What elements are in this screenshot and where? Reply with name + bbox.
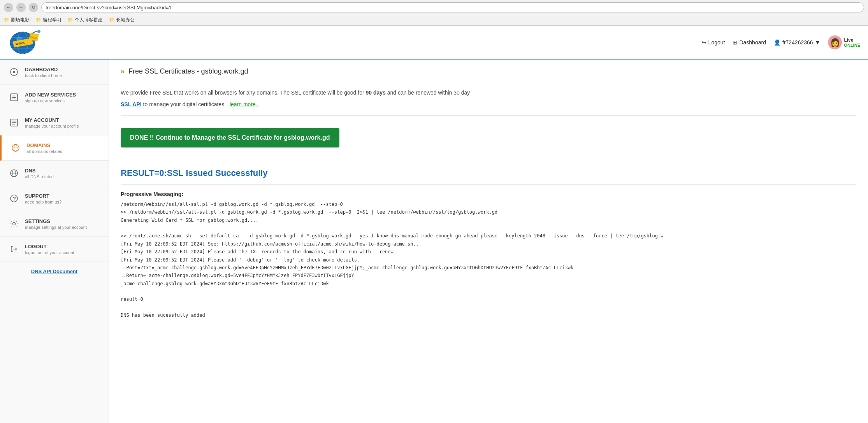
sidebar-item-add-text: ADD NEW SERVICES sign up new services	[25, 92, 76, 103]
settings-icon	[8, 218, 20, 230]
folder-icon: 📁	[109, 18, 114, 23]
sidebar-item-domains-title: DOMAINS	[26, 142, 62, 148]
code-block: /netdorm/webbin//ssl/all-ssl.pl -d gsblo…	[121, 200, 856, 319]
chevron-down-icon: ▼	[815, 39, 821, 46]
logout-button[interactable]: ↪ Logout	[702, 39, 725, 46]
sidebar-item-logout[interactable]: LOGOUT logout out of your account	[0, 237, 109, 262]
svg-point-30	[13, 223, 16, 225]
sidebar-item-dashboard-subtitle: back to client home	[25, 73, 62, 78]
sidebar-item-support-text: SUPPORT need help from us?	[25, 193, 61, 204]
dns-api-document-link[interactable]: DNS API Document	[0, 262, 109, 281]
bookmark-item[interactable]: 📁 编程学习	[36, 17, 61, 23]
sidebar-item-settings-text: SETTINGS manage settings at your account	[25, 218, 87, 230]
divider-top	[121, 82, 856, 82]
result-title: RESULT=0:SSL Issued Successfully	[121, 168, 856, 178]
add-icon	[8, 91, 20, 104]
live-chat-button[interactable]: 👩 Live ONLINE	[828, 35, 860, 49]
browser-toolbar: ← → ↻	[0, 0, 868, 15]
sidebar-item-account-text: MY ACCOUNT manage your account profile	[25, 117, 79, 128]
site-logo: www. FREE	[8, 30, 43, 55]
svg-point-11	[37, 30, 40, 33]
sidebar-item-settings-title: SETTINGS	[25, 218, 87, 224]
header-right: ↪ Logout ⊞ Dashboard 👤 fr724262366 ▼ 👩 L…	[702, 35, 860, 49]
sidebar-item-domains[interactable]: DOMAINS all domains related	[0, 135, 109, 161]
address-bar[interactable]	[41, 2, 864, 12]
sidebar-item-logout-text: LOGOUT logout out of your account	[25, 244, 74, 255]
bookmark-item[interactable]: 📁 个人博客搭建	[68, 17, 103, 23]
sidebar-item-account-title: MY ACCOUNT	[25, 117, 79, 123]
sidebar-item-dns-title: DNS	[25, 168, 54, 174]
logout-sidebar-icon	[8, 243, 20, 255]
divider-result	[121, 160, 856, 160]
description-text-2: SSL API to manage your digital certifica…	[121, 100, 856, 109]
main-content: » Free SSL Certificates - gsblog.work.gd…	[109, 60, 868, 423]
avatar: 👩	[828, 35, 842, 49]
folder-icon: 📁	[36, 18, 41, 23]
learn-more-link[interactable]: learn more..	[230, 101, 259, 107]
bookmark-item[interactable]: 📁 长城办公	[109, 17, 135, 23]
refresh-button[interactable]: ↻	[29, 3, 38, 12]
forward-button[interactable]: →	[16, 3, 26, 12]
sidebar-item-my-account[interactable]: MY ACCOUNT manage your account profile	[0, 110, 109, 135]
sidebar-item-add-title: ADD NEW SERVICES	[25, 92, 76, 98]
sidebar-item-support[interactable]: ? SUPPORT need help from us?	[0, 186, 109, 211]
bookmark-label: 个人博客搭建	[75, 17, 103, 23]
dns-icon	[8, 167, 20, 179]
sidebar-item-domains-subtitle: all domains related	[26, 149, 62, 154]
description-text: We provide Free SSL that works on all br…	[121, 88, 856, 97]
sidebar-item-logout-subtitle: logout out of your account	[25, 250, 74, 255]
bookmark-label: 剧场电影	[11, 17, 30, 23]
back-button[interactable]: ←	[4, 3, 13, 12]
sidebar-item-add-new-services[interactable]: ADD NEW SERVICES sign up new services	[0, 85, 109, 110]
bookmarks-bar: 📁 剧场电影 📁 编程学习 📁 个人博客搭建 📁 长城办公	[0, 15, 868, 25]
page-title: Free SSL Certificates - gsblog.work.gd	[128, 67, 248, 75]
sidebar-item-account-subtitle: manage your account profile	[25, 124, 79, 128]
user-menu-button[interactable]: 👤 fr724262366 ▼	[774, 39, 821, 46]
sidebar-item-dns-text: DNS all DNS related	[25, 168, 54, 179]
logo-area: www. FREE	[8, 30, 43, 55]
bookmark-label: 长城办公	[116, 17, 135, 23]
messaging-label: Progressive Messaging:	[121, 191, 856, 197]
svg-point-13	[13, 71, 15, 73]
days-bold: 90 days	[366, 90, 386, 96]
app-body: DASHBOARD back to client home ADD NEW SE…	[0, 60, 868, 423]
dashboard-icon	[8, 66, 20, 78]
sidebar-item-dashboard[interactable]: DASHBOARD back to client home	[0, 60, 109, 85]
page-title-row: » Free SSL Certificates - gsblog.work.gd	[121, 67, 856, 75]
live-chat-label: Live ONLINE	[844, 37, 860, 47]
logout-label: Logout	[708, 39, 725, 46]
svg-text:?: ?	[13, 196, 16, 202]
sidebar-item-support-subtitle: need help from us?	[25, 200, 61, 204]
dashboard-icon: ⊞	[733, 39, 737, 46]
folder-icon: 📁	[4, 18, 9, 23]
success-banner: DONE !! Continue to Manage the SSL Certi…	[121, 128, 339, 147]
dashboard-header-button[interactable]: ⊞ Dashboard	[733, 39, 766, 46]
sidebar-item-settings[interactable]: SETTINGS manage settings at your account	[0, 211, 109, 237]
ssl-api-link[interactable]: SSL API	[121, 101, 142, 107]
sidebar-item-settings-subtitle: manage settings at your account	[25, 225, 87, 230]
chevron-right-icon: »	[121, 67, 125, 75]
divider-mid	[121, 115, 856, 116]
sidebar-item-dashboard-text: DASHBOARD back to client home	[25, 67, 62, 78]
bookmark-item[interactable]: 📁 剧场电影	[4, 17, 30, 23]
account-icon	[8, 116, 20, 129]
logout-icon: ↪	[702, 39, 706, 46]
user-icon: 👤	[774, 39, 780, 46]
sidebar: DASHBOARD back to client home ADD NEW SE…	[0, 60, 109, 423]
sidebar-item-logout-title: LOGOUT	[25, 244, 74, 249]
divider-code	[121, 184, 856, 185]
browser-chrome: ← → ↻ 📁 剧场电影 📁 编程学习 📁 个人博客搭建 📁 长城办公	[0, 0, 868, 26]
sidebar-item-support-title: SUPPORT	[25, 193, 61, 199]
desc-part2: and can be renewed within 30 day	[386, 90, 470, 96]
sidebar-item-dns[interactable]: DNS all DNS related	[0, 161, 109, 186]
messaging-section: Progressive Messaging: /netdorm/webbin//…	[121, 191, 856, 319]
folder-icon: 📁	[68, 18, 73, 23]
desc-part1: We provide Free SSL that works on all br…	[121, 90, 366, 96]
domains-icon	[9, 142, 22, 154]
desc-part3: to manage your digital certificates.	[143, 101, 226, 107]
dashboard-label: Dashboard	[739, 39, 766, 46]
support-icon: ?	[8, 192, 20, 205]
bookmark-label: 编程学习	[43, 17, 61, 23]
sidebar-item-dns-subtitle: all DNS related	[25, 174, 54, 179]
username-label: fr724262366	[782, 39, 813, 46]
